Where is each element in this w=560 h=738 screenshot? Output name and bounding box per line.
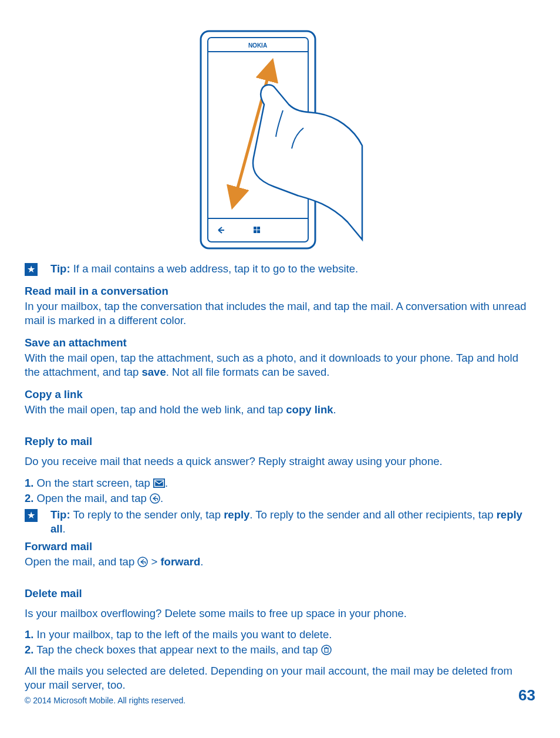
heading-save-attachment: Save an attachment (25, 336, 535, 350)
page: NOKIA (0, 0, 560, 738)
body-copy-link: With the mail open, tap and hold the web… (25, 403, 535, 417)
heading-delete: Delete mail (25, 587, 535, 601)
svg-rect-5 (257, 227, 260, 230)
tip-text: Tip: To reply to the sender only, tap re… (50, 508, 535, 536)
footer: © 2014 Microsoft Mobile. All rights rese… (25, 686, 535, 706)
tip-web-address: ★ Tip: If a mail contains a web address,… (25, 262, 535, 276)
intro-reply: Do you receive mail that needs a quick a… (25, 454, 535, 469)
body-forward: Open the mail, and tap > forward. (25, 555, 535, 569)
heading-read-mail: Read mail in a conversation (25, 284, 535, 298)
heading-reply: Reply to mail (25, 434, 535, 449)
svg-point-13 (322, 645, 331, 655)
reply-step-1: 1. On the start screen, tap . (25, 476, 535, 490)
heading-copy-link: Copy a link (25, 387, 535, 402)
trash-icon (321, 645, 332, 655)
reply-step-2: 2. Open the mail, and tap . (25, 491, 535, 506)
tip-body: If a mail contains a web address, tap it… (70, 262, 359, 275)
delete-step-2: 2. Tap the check boxes that appear next … (25, 643, 535, 657)
reply-icon (137, 557, 148, 567)
body-save-attachment: With the mail open, tap the attachment, … (25, 351, 535, 379)
heading-forward: Forward mail (25, 540, 535, 554)
phone-brand-text: NOKIA (248, 42, 267, 49)
svg-rect-14 (325, 648, 328, 652)
svg-rect-6 (254, 230, 257, 233)
star-icon: ★ (25, 263, 38, 276)
copyright: © 2014 Microsoft Mobile. All rights rese… (25, 695, 185, 706)
phone-illustration: NOKIA (25, 28, 535, 251)
tip-reply: ★ Tip: To reply to the sender only, tap … (25, 508, 535, 536)
mail-icon (153, 478, 165, 488)
phone-swipe-svg: NOKIA (195, 28, 365, 251)
reply-icon (150, 493, 160, 504)
svg-rect-7 (257, 230, 260, 233)
page-number: 63 (518, 686, 535, 706)
star-icon: ★ (25, 509, 38, 522)
tip-text: Tip: If a mail contains a web address, t… (50, 262, 535, 276)
tip-label: Tip: (50, 262, 70, 275)
svg-rect-4 (254, 227, 257, 230)
delete-step-1: 1. In your mailbox, tap to the left of t… (25, 628, 535, 642)
body-read-mail: In your mailbox, tap the conversation th… (25, 299, 535, 328)
intro-delete: Is your mailbox overflowing? Delete some… (25, 606, 535, 621)
